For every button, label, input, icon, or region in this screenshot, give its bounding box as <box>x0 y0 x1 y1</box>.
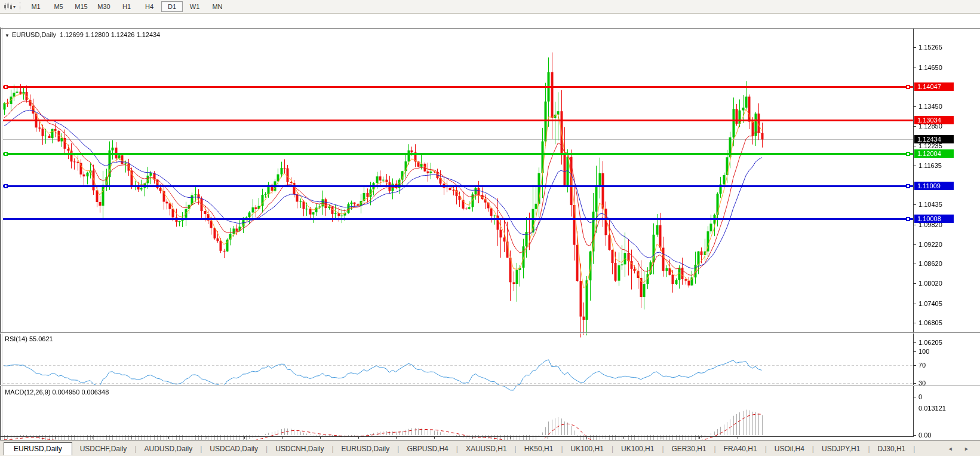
price-tick-mark <box>913 126 916 127</box>
price-tick-label: 1.10435 <box>918 201 942 208</box>
tab-0-eurusd-daily[interactable]: EURUSD,Daily <box>4 442 72 455</box>
price-axis-line <box>913 29 914 437</box>
price-tick-label: 1.13450 <box>918 103 942 110</box>
timeframe-m15[interactable]: M15 <box>70 1 92 12</box>
level-end-marker <box>906 184 910 188</box>
price-tick-label: 1.15265 <box>918 44 942 51</box>
level-end-marker <box>906 85 910 89</box>
timeframe-h4[interactable]: H4 <box>139 1 160 12</box>
chart-top-border <box>0 28 980 29</box>
level-end-marker <box>4 152 8 156</box>
level-line-1-13034[interactable] <box>3 120 913 121</box>
pane-separator-macd[interactable] <box>0 385 980 386</box>
chart-window: ▼EURUSD,Daily 1.12699 1.12800 1.12426 1.… <box>0 14 980 439</box>
price-tick-label: 1.08020 <box>918 280 942 287</box>
chart-title: ▼EURUSD,Daily 1.12699 1.12800 1.12426 1.… <box>5 31 160 38</box>
level-line-1-11009[interactable] <box>3 185 913 187</box>
macd-tick-mark <box>913 435 916 436</box>
price-label-1-11009: 1.11009 <box>914 182 954 190</box>
price-tick-mark <box>913 323 916 323</box>
tab-11-ger30-h1[interactable]: GER30,H1 <box>664 443 714 455</box>
price-tick-mark <box>913 244 916 245</box>
macd-indicator-label: MACD(12,26,9) 0.004950 0.006348 <box>5 388 109 396</box>
price-tick-label: 1.11635 <box>918 162 942 169</box>
tab-bar: EURUSD,DailyUSDCHF,Daily|AUDUSD,Daily|US… <box>0 440 980 456</box>
tab-4-usdcnh-daily[interactable]: USDCNH,Daily <box>268 443 331 455</box>
rsi-axis-70: 70 <box>918 362 926 369</box>
price-tick-mark <box>913 166 916 166</box>
price-label-1-13034: 1.13034 <box>914 116 954 124</box>
tab-13-usoil-h4[interactable]: USOil,H4 <box>767 443 812 455</box>
rsi-axis-0: 0 <box>918 393 922 400</box>
price-tick-mark <box>913 68 916 68</box>
chart-type-icon[interactable] <box>2 2 13 11</box>
pane-separator-rsi[interactable] <box>0 332 980 333</box>
price-chart-canvas[interactable] <box>0 14 980 456</box>
price-tick-label: 1.07405 <box>918 300 942 307</box>
timeframe-m30[interactable]: M30 <box>93 1 115 12</box>
tab-15-dj30-h1[interactable]: DJ30,H1 <box>870 443 914 455</box>
price-tick-mark <box>913 304 916 304</box>
chart-type-dropdown-caret-icon[interactable]: ▾ <box>13 4 16 10</box>
rsi-tick-mark <box>913 397 916 397</box>
tab-1-usdchf-daily[interactable]: USDCHF,Daily <box>72 443 135 455</box>
rsi-axis-30: 30 <box>918 380 926 387</box>
tab-8-hk50-h1[interactable]: HK50,H1 <box>517 443 561 455</box>
mt4-window: ▾ M1M5M15M30H1H4D1W1MN ▼EURUSD,Daily 1.1… <box>0 0 980 456</box>
timeframe-w1[interactable]: W1 <box>184 1 205 12</box>
rsi-axis-100: 100 <box>918 348 929 355</box>
tab-scroll-arrows[interactable]: ◄ ► <box>948 446 974 452</box>
symbol-dropdown-icon[interactable]: ▼ <box>5 33 10 38</box>
tab-9-uk100-h1[interactable]: UK100,H1 <box>563 443 612 455</box>
rsi-tick-mark <box>913 365 916 366</box>
price-tick-mark <box>913 225 916 225</box>
timeframe-mn[interactable]: MN <box>207 1 228 12</box>
macd-axis-0-013121: 0.013121 <box>918 405 946 412</box>
tab-2-audusd-daily[interactable]: AUDUSD,Daily <box>137 443 201 455</box>
timeframe-m1[interactable]: M1 <box>25 1 47 12</box>
window-left-border <box>0 27 1 453</box>
quote-ohlc: 1.12699 1.12800 1.12426 1.12434 <box>60 31 160 38</box>
rsi-tick-mark <box>913 383 916 384</box>
price-tick-label: 1.06205 <box>918 339 942 346</box>
price-tick-label: 1.09220 <box>918 241 942 248</box>
timeframe-buttons: M1M5M15M30H1H4D1W1MN <box>24 1 229 12</box>
timeframe-d1[interactable]: D1 <box>161 1 183 12</box>
tab-10-uk100-h1[interactable]: UK100,H1 <box>613 443 662 455</box>
price-tick-mark <box>913 283 916 284</box>
tab-6-gbpusd-h4[interactable]: GBPUSD,H4 <box>399 443 456 455</box>
tab-14-usdjpy-h1[interactable]: USDJPY,H1 <box>814 443 868 455</box>
price-tick-mark <box>913 47 916 48</box>
price-tick-mark <box>913 264 916 264</box>
level-line-1-14047[interactable] <box>3 86 913 88</box>
level-line-1-12004[interactable] <box>3 153 913 155</box>
price-tick-mark <box>913 146 916 146</box>
tab-7-xauusd-h1[interactable]: XAUUSD,H1 <box>458 443 515 455</box>
timeframe-h1[interactable]: H1 <box>116 1 137 12</box>
price-label-1-10008: 1.10008 <box>914 215 954 223</box>
level-end-marker <box>906 217 910 221</box>
timeframe-toolbar: ▾ M1M5M15M30H1H4D1W1MN <box>0 0 980 14</box>
macd-axis-0-00: 0.00 <box>918 431 931 439</box>
price-label-1-14047: 1.14047 <box>914 82 954 91</box>
level-end-marker <box>4 184 8 188</box>
price-tick-label: 1.14650 <box>918 64 942 71</box>
rsi-indicator-label: RSI(14) 55.0621 <box>5 335 53 342</box>
rsi-tick-mark <box>913 351 916 352</box>
tab-5-eurusd-daily[interactable]: EURUSD,Daily <box>334 443 398 455</box>
tab-12-fra40-h1[interactable]: FRA40,H1 <box>716 443 765 455</box>
time-axis-line <box>0 436 914 437</box>
price-tick-label: 1.06805 <box>918 319 942 326</box>
level-line-1-10008[interactable] <box>3 218 913 220</box>
tab-3-usdcad-daily[interactable]: USDCAD,Daily <box>202 443 266 455</box>
price-tick-mark <box>913 342 916 343</box>
window-left-border-inner <box>2 27 2 453</box>
timeframe-m5[interactable]: M5 <box>48 1 69 12</box>
price-tick-mark <box>913 106 916 107</box>
tab-separator: | <box>913 445 915 453</box>
price-label-1-12434: 1.12434 <box>914 135 954 143</box>
level-end-marker <box>4 85 8 89</box>
price-label-1-12004: 1.12004 <box>914 149 954 158</box>
toolbar-grip <box>20 2 20 11</box>
symbol-name: EURUSD,Daily <box>12 31 56 38</box>
